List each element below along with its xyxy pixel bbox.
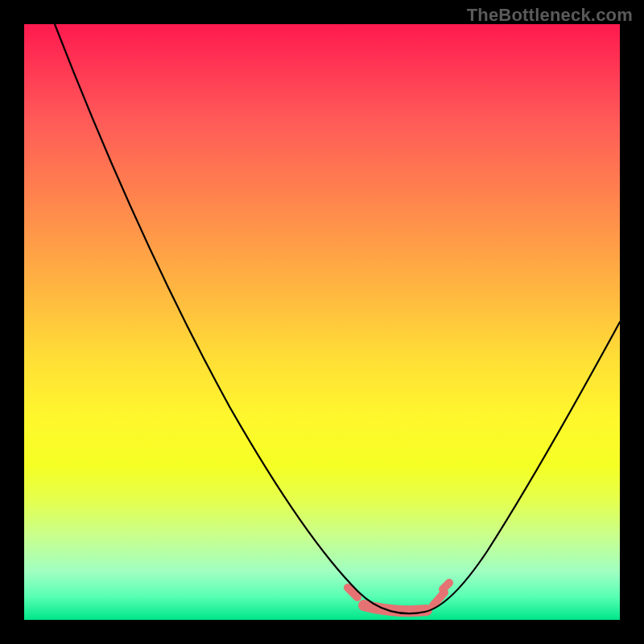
chart-svg	[24, 24, 620, 620]
chart-frame: TheBottleneck.com	[0, 0, 644, 644]
bottleneck-curve	[55, 24, 620, 613]
watermark-text: TheBottleneck.com	[467, 5, 633, 26]
plot-area	[24, 24, 620, 620]
